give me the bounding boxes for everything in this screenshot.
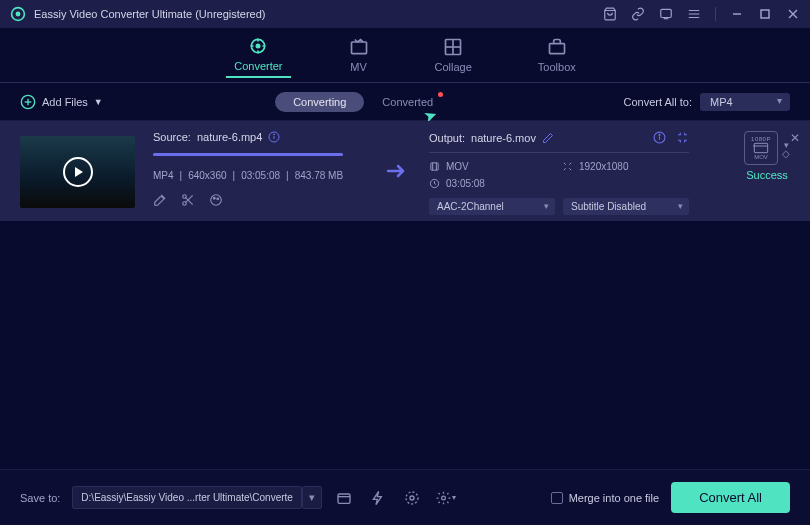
svg-point-8 [257, 44, 260, 47]
audio-select[interactable]: AAC-2Channel [429, 198, 555, 215]
tab-toolbox-label: Toolbox [538, 61, 576, 73]
tab-collage[interactable]: Collage [427, 33, 480, 77]
convert-all-to-label: Convert All to: [624, 96, 692, 108]
out-format: MOV [446, 161, 469, 172]
svg-point-29 [659, 134, 660, 135]
svg-rect-34 [754, 143, 767, 152]
svg-point-19 [274, 134, 275, 135]
pill-converted[interactable]: Converted ➤ [364, 92, 451, 112]
svg-rect-36 [338, 494, 350, 503]
out-resolution: 1920x1080 [579, 161, 629, 172]
progress-bar [153, 153, 343, 156]
wand-icon[interactable] [153, 193, 167, 207]
sub-bar: Add Files ▼ Converting Converted ➤ Conve… [0, 83, 810, 121]
hardware-accel-button[interactable] [368, 488, 388, 508]
svg-rect-13 [549, 44, 564, 54]
tab-converter[interactable]: Converter [226, 32, 290, 78]
menu-icon[interactable] [687, 7, 701, 21]
film-icon [429, 161, 440, 172]
save-path-dropdown[interactable]: ▾ [302, 486, 322, 509]
meta-format: MP4 [153, 170, 174, 181]
status-text: Success [746, 169, 788, 181]
divider [715, 7, 716, 21]
info-circle-icon[interactable] [653, 131, 666, 144]
merge-checkbox[interactable]: Merge into one file [551, 492, 660, 504]
toolbox-icon [547, 37, 567, 57]
save-to-label: Save to: [20, 492, 60, 504]
checkbox-icon [551, 492, 563, 504]
notification-dot-icon [438, 92, 443, 97]
subtitle-select[interactable]: Subtitle Disabled [563, 198, 689, 215]
main-nav: Converter MV Collage Toolbox [0, 28, 810, 83]
tab-toolbox[interactable]: Toolbox [530, 33, 584, 77]
format-select[interactable]: MP4 [700, 93, 790, 111]
out-duration: 03:05:08 [446, 178, 485, 189]
svg-rect-30 [431, 163, 438, 170]
collage-icon [443, 37, 463, 57]
resolution-icon [562, 161, 573, 172]
convert-all-button[interactable]: Convert All [671, 482, 790, 513]
output-format-icon[interactable]: 1080P MOV [744, 131, 778, 165]
scissors-icon[interactable] [181, 193, 195, 207]
tab-mv[interactable]: MV [341, 33, 377, 77]
title-bar: Eassiy Video Converter Ultimate (Unregis… [0, 0, 810, 28]
svg-point-24 [211, 195, 222, 206]
add-files-label: Add Files [42, 96, 88, 108]
app-logo-icon [10, 6, 26, 22]
video-thumbnail[interactable] [20, 136, 135, 208]
app-title: Eassiy Video Converter Ultimate (Unregis… [34, 8, 266, 20]
tab-mv-label: MV [350, 61, 367, 73]
edit-icon[interactable] [542, 132, 554, 144]
pill-converting[interactable]: Converting [275, 92, 364, 112]
clock-icon [429, 178, 440, 189]
settings-button[interactable]: ▾ [436, 488, 456, 508]
pill-converted-label: Converted [382, 96, 433, 108]
open-folder-button[interactable] [334, 488, 354, 508]
feedback-icon[interactable] [659, 7, 673, 21]
minimize-button[interactable] [730, 7, 744, 21]
file-row: ✕ Source: nature-6.mp4 MP4| 640x360| 03:… [0, 121, 810, 221]
svg-rect-9 [351, 42, 366, 54]
mv-icon [349, 37, 369, 57]
output-filename: nature-6.mov [471, 132, 536, 144]
tab-converter-label: Converter [234, 60, 282, 72]
chevron-down-icon: ▼ [94, 97, 103, 107]
merge-label: Merge into one file [569, 492, 660, 504]
reorder-arrows[interactable]: ◇ [782, 150, 790, 157]
remove-file-button[interactable]: ✕ [790, 131, 800, 145]
source-filename: nature-6.mp4 [197, 131, 262, 143]
palette-icon[interactable] [209, 193, 223, 207]
format-badge-bottom: MOV [754, 154, 768, 160]
meta-resolution: 640x360 [188, 170, 226, 181]
compress-icon[interactable] [676, 131, 689, 144]
play-icon [63, 157, 93, 187]
output-label: Output: [429, 132, 465, 144]
svg-point-39 [442, 496, 446, 500]
maximize-button[interactable] [758, 7, 772, 21]
tab-collage-label: Collage [435, 61, 472, 73]
save-path-input[interactable] [72, 486, 302, 509]
svg-point-1 [16, 12, 21, 17]
meta-duration: 03:05:08 [241, 170, 280, 181]
source-label: Source: [153, 131, 191, 143]
footer-bar: Save to: ▾ ▾ Merge into one file Convert… [0, 469, 810, 525]
close-button[interactable] [786, 7, 800, 21]
cart-icon[interactable] [603, 7, 617, 21]
svg-point-26 [217, 198, 219, 200]
svg-point-25 [213, 197, 215, 199]
info-icon[interactable] [268, 131, 280, 143]
svg-point-37 [406, 492, 418, 504]
convert-all-label: Convert All [699, 490, 762, 505]
plus-circle-icon [20, 94, 36, 110]
high-speed-button[interactable] [402, 488, 422, 508]
meta-size: 843.78 MB [295, 170, 343, 181]
svg-point-38 [410, 496, 414, 500]
converter-icon [248, 36, 268, 56]
svg-rect-4 [761, 10, 769, 18]
add-files-button[interactable]: Add Files ▼ [20, 94, 103, 110]
link-icon[interactable] [631, 7, 645, 21]
svg-rect-2 [661, 9, 672, 17]
format-select-value: MP4 [710, 96, 733, 108]
arrow-right-icon [384, 159, 408, 183]
